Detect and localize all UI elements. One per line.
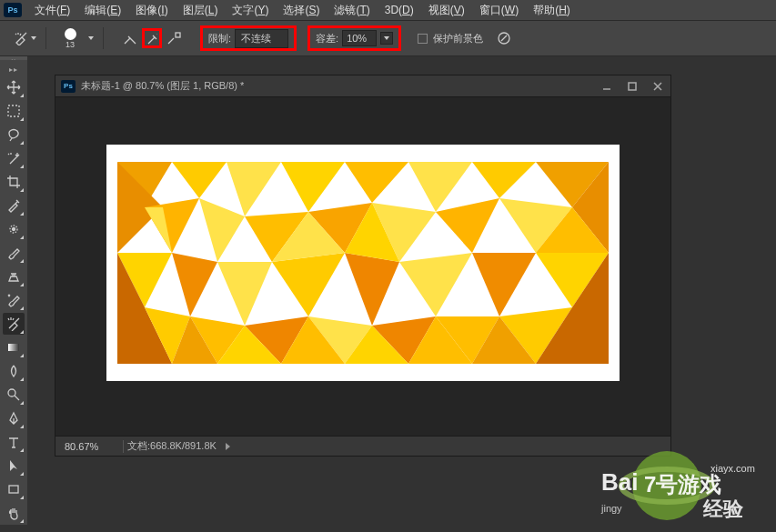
svg-marker-24 (436, 198, 499, 253)
eyedropper-tool[interactable] (3, 195, 25, 216)
svg-marker-28 (172, 253, 217, 316)
svg-rect-9 (629, 83, 636, 90)
menu-window[interactable]: 窗口(W) (472, 1, 526, 20)
minimize-button[interactable] (594, 76, 620, 96)
clone-stamp-tool[interactable] (3, 266, 25, 287)
svg-text:Bai: Bai (601, 468, 638, 496)
svg-marker-30 (272, 253, 345, 316)
menu-layer[interactable]: 图层(L) (176, 1, 226, 20)
menu-filter[interactable]: 滤镜(T) (327, 1, 377, 20)
limit-label: 限制: (208, 32, 231, 45)
menu-image[interactable]: 图像(I) (128, 1, 175, 20)
svg-marker-16 (472, 162, 536, 198)
toolbox: ▸▸ (0, 60, 27, 525)
tablet-pressure-button[interactable] (496, 30, 512, 46)
menu-help[interactable]: 帮助(H) (526, 1, 578, 20)
tolerance-dropdown[interactable] (380, 32, 393, 45)
dodge-tool[interactable] (3, 384, 25, 406)
rectangle-tool[interactable] (3, 478, 25, 500)
brush-size-label: 13 (66, 40, 75, 49)
svg-rect-5 (8, 344, 19, 351)
menu-file[interactable]: 文件(F) (27, 1, 77, 20)
history-brush-tool[interactable] (3, 289, 25, 311)
tolerance-value: 10% (347, 33, 367, 44)
sampling-bg-swatch-button[interactable] (164, 28, 184, 48)
svg-marker-32 (399, 253, 472, 316)
sampling-once-button[interactable] (142, 28, 162, 48)
document-window: Ps 未标题-1 @ 80.7% (图层 1, RGB/8) * (55, 75, 671, 457)
status-flyout-icon[interactable] (226, 443, 230, 450)
svg-rect-0 (176, 33, 180, 37)
chevron-down-icon (31, 36, 36, 40)
svg-text:jingy: jingy (600, 503, 622, 514)
canvas-area[interactable] (55, 97, 670, 434)
magic-wand-tool[interactable] (3, 147, 25, 169)
svg-text:xiayx.com: xiayx.com (710, 463, 755, 474)
svg-point-6 (8, 389, 15, 396)
maximize-button[interactable] (620, 76, 645, 96)
brush-shape-icon (65, 28, 76, 40)
status-info[interactable]: 文档:668.8K/891.8K (127, 439, 217, 453)
lasso-tool[interactable] (3, 124, 25, 146)
document-ps-icon: Ps (61, 80, 76, 93)
marquee-tool[interactable] (3, 100, 25, 122)
watermark: Bai 7号游戏 经验 xiayx.com jingy (567, 445, 767, 527)
type-tool[interactable] (3, 431, 25, 453)
options-bar: 13 限制: 不连续 容差: 10% 保护前景色 (0, 20, 776, 56)
menu-edit[interactable]: 编辑(E) (77, 1, 128, 20)
pen-tool[interactable] (3, 407, 25, 429)
divider (103, 27, 104, 49)
protect-fg-option[interactable]: 保护前景色 (418, 32, 483, 45)
limit-select[interactable]: 不连续 (235, 29, 288, 48)
svg-rect-7 (9, 486, 18, 493)
checkbox-icon[interactable] (418, 34, 428, 44)
svg-marker-31 (345, 253, 399, 326)
tolerance-option-group: 容差: 10% (307, 25, 401, 51)
tool-preset-picker[interactable] (13, 30, 36, 46)
svg-marker-19 (145, 198, 199, 253)
close-button[interactable] (645, 76, 670, 96)
protect-fg-label: 保护前景色 (433, 32, 483, 45)
sampling-continuous-button[interactable] (120, 28, 140, 48)
sampling-mode-group (120, 28, 184, 48)
menu-select[interactable]: 选择(S) (276, 1, 327, 20)
toolbox-expand[interactable]: ▸▸ (9, 64, 18, 75)
chevron-down-icon (384, 36, 389, 40)
spot-heal-tool[interactable] (3, 218, 25, 240)
canvas[interactable] (106, 145, 620, 381)
menu-type[interactable]: 文字(Y) (225, 1, 276, 20)
svg-marker-29 (217, 262, 272, 326)
tolerance-input[interactable]: 10% (342, 30, 377, 46)
divider (45, 27, 46, 49)
svg-marker-14 (345, 162, 408, 203)
menubar: Ps 文件(F) 编辑(E) 图像(I) 图层(L) 文字(Y) 选择(S) 滤… (0, 0, 776, 20)
tolerance-label: 容差: (316, 32, 338, 45)
hand-tool[interactable] (3, 502, 25, 524)
zoom-level[interactable]: 80.67% (65, 441, 119, 452)
menu-view[interactable]: 视图(V) (421, 1, 472, 20)
svg-text:经验: 经验 (702, 497, 744, 520)
blur-tool[interactable] (3, 360, 25, 382)
svg-marker-20 (199, 198, 245, 262)
svg-marker-12 (227, 162, 281, 216)
gradient-tool[interactable] (3, 336, 25, 358)
document-title: 未标题-1 @ 80.7% (图层 1, RGB/8) * (81, 79, 594, 93)
background-eraser-icon (13, 30, 29, 46)
limit-value: 不连续 (241, 33, 271, 44)
chevron-down-icon[interactable] (88, 36, 94, 40)
app-logo: Ps (4, 3, 22, 17)
limit-option-group: 限制: 不连续 (200, 25, 297, 51)
brush-tool[interactable] (3, 242, 25, 264)
svg-rect-2 (8, 105, 19, 116)
move-tool[interactable] (3, 76, 25, 98)
brush-preview[interactable]: 13 (55, 28, 85, 49)
path-select-tool[interactable] (3, 455, 25, 477)
crop-tool[interactable] (3, 171, 25, 193)
document-titlebar[interactable]: Ps 未标题-1 @ 80.7% (图层 1, RGB/8) * (55, 75, 670, 97)
eraser-tool[interactable] (3, 313, 25, 335)
svg-marker-13 (281, 162, 345, 212)
menu-3d[interactable]: 3D(D) (378, 2, 421, 18)
svg-marker-33 (472, 253, 536, 316)
divider (123, 440, 124, 453)
artwork-polygons (117, 162, 609, 364)
